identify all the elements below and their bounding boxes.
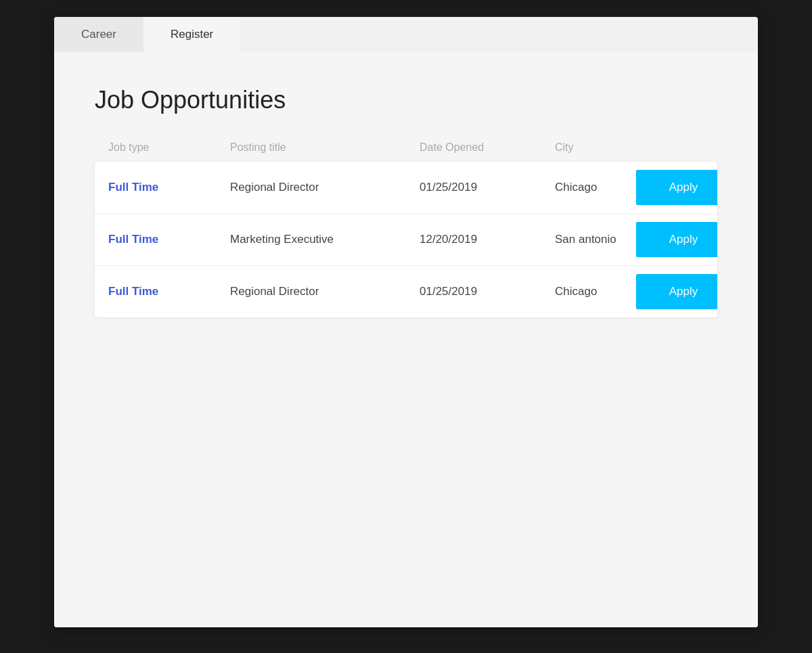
job-type-1: Full Time (108, 181, 230, 194)
posting-title-3: Regional Director (230, 285, 420, 298)
content-area: Job Opportunities Job type Posting title… (54, 52, 758, 627)
tab-register[interactable]: Register (143, 17, 240, 52)
tab-bar: Career Register (54, 17, 758, 52)
col-date-opened: Date Opened (420, 141, 555, 154)
apply-button-3[interactable]: Apply (636, 274, 717, 309)
table-row: Full Time Marketing Executive 12/20/2019… (95, 214, 717, 266)
posting-title-1: Regional Director (230, 181, 420, 194)
apply-button-2[interactable]: Apply (636, 222, 717, 257)
apply-button-1[interactable]: Apply (636, 170, 717, 205)
app-window: Career Register Job Opportunities Job ty… (54, 17, 758, 627)
table-row: Full Time Regional Director 01/25/2019 C… (95, 162, 717, 214)
table-header: Job type Posting title Date Opened City (95, 141, 717, 162)
col-posting-title: Posting title (230, 141, 420, 154)
col-city: City (555, 141, 690, 154)
col-job-type: Job type (108, 141, 230, 154)
date-opened-3: 01/25/2019 (420, 285, 555, 298)
page-title: Job Opportunities (95, 86, 717, 114)
col-action (690, 141, 798, 154)
job-type-3: Full Time (108, 285, 230, 298)
date-opened-1: 01/25/2019 (420, 181, 555, 194)
jobs-table: Full Time Regional Director 01/25/2019 C… (95, 162, 717, 317)
job-type-2: Full Time (108, 233, 230, 246)
date-opened-2: 12/20/2019 (420, 233, 555, 246)
tab-career[interactable]: Career (54, 17, 143, 52)
table-row: Full Time Regional Director 01/25/2019 C… (95, 266, 717, 317)
posting-title-2: Marketing Executive (230, 233, 420, 246)
